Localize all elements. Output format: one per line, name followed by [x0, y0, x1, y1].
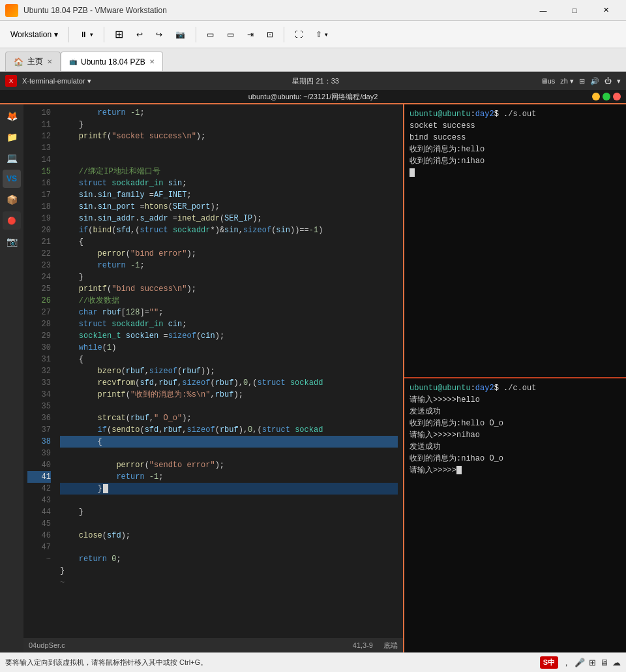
mic-icon[interactable]: 🎤 [574, 658, 585, 667]
bottom-bar: 要将输入定向到该虚拟机，请将鼠标指针移入其中或按 Ctrl+G。 S中 ， 🎤 … [0, 652, 626, 672]
toolbar-separator-2 [104, 27, 104, 42]
home-tab-close[interactable]: ✕ [47, 58, 52, 65]
server-line-4: 收到的消息为:hello [410, 144, 621, 155]
snapshot-button[interactable]: 📷 [170, 24, 190, 45]
bottom-right-icons: S中 ， 🎤 ⊞ 🖥 ☁ [540, 656, 621, 669]
sidebar-icon-files[interactable]: 📁 [3, 128, 21, 146]
pause-dropdown-icon: ▾ [90, 31, 93, 38]
server-line-3: bind success [410, 132, 621, 144]
code-encoding: 底端 [383, 641, 398, 650]
window-title: Ubuntu 18.04 PZB - VMware Workstation [23, 6, 528, 15]
network-icon[interactable]: ⊞ [579, 77, 585, 85]
settings-icon: ⊞ [115, 28, 123, 40]
tab-home[interactable]: 🏠 主页 ✕ [5, 52, 61, 71]
main-content: 🦊 📁 💻 VS 📦 🔴 📷 1011121314 15 1617181920 … [0, 104, 626, 652]
undo-icon: ↩ [136, 30, 143, 39]
toolbar: Workstation ▾ ⏸▾ ⊞ ↩ ↪ 📷 ▭ ▭ ⇥ ⊡ ⛶ ⇧▾ [0, 21, 626, 48]
view-button-1[interactable]: ▭ [201, 24, 219, 45]
stretch-icon: ⇧ [316, 30, 322, 39]
stretch-dropdown-icon: ▾ [325, 31, 328, 38]
code-area[interactable]: 1011121314 15 1617181920 2122232425 26 2… [23, 104, 403, 638]
client-input-line: 请输入>>>>> [410, 465, 621, 476]
sidebar-icon-screenshot[interactable]: 📷 [3, 232, 21, 251]
view-button-2[interactable]: ▭ [222, 24, 239, 45]
terminal-clock: 星期四 21：33 [97, 76, 535, 86]
terminal-path-title: ubuntu@ubuntu: ~/23121/网络编程/day2 [248, 92, 378, 102]
code-statusbar: 04udpSer.c 41,3-9 底端 [23, 638, 403, 652]
client-line-5: 请输入>>>>>nihao [410, 429, 621, 441]
monitor-icon[interactable]: 🖥 [600, 658, 608, 667]
server-line-5: 收到的消息为:nihao [410, 155, 621, 167]
punctuation-icon[interactable]: ， [562, 657, 571, 669]
sidebar-icon-settings[interactable]: 🔴 [3, 211, 21, 230]
terminal-server[interactable]: ubuntu@ubuntu:day2$ ./s.out socket succe… [404, 104, 626, 378]
toolbar-separator-1 [68, 27, 69, 42]
server-cursor-line [410, 167, 621, 179]
vm-container[interactable]: X X-terminal-emulator ▾ 星期四 21：33 🖥us zh… [0, 72, 626, 652]
ime-icon[interactable]: S中 [540, 656, 558, 669]
client-line-3: 发送成功 [410, 406, 621, 418]
view-button-4[interactable]: ⊡ [261, 24, 278, 45]
terminal-sys-tray: 🖥us zh ▾ ⊞ 🔊 ⏻ ▾ [541, 77, 621, 85]
home-tab-icon: 🏠 [14, 57, 23, 67]
client-line-7: 收到的消息为:nihao O_o [410, 453, 621, 465]
client-line-1: ubuntu@ubuntu:day2$ ./c.out [410, 382, 621, 394]
cloud-icon[interactable]: ☁ [612, 658, 621, 667]
code-cursor-pos: 41,3-9 [353, 641, 373, 649]
keyboard-icon[interactable]: ⊞ [589, 658, 596, 667]
maximize-button[interactable]: □ [559, 2, 589, 19]
sidebar-icon-firefox[interactable]: 🦊 [3, 107, 21, 125]
ubuntu-tab-close[interactable]: ✕ [149, 58, 155, 65]
snapshot-icon: 📷 [175, 30, 185, 39]
view-icon-2: ▭ [227, 30, 234, 39]
sidebar-icon-vscode[interactable]: VS [3, 170, 21, 188]
app-icon [5, 4, 18, 17]
ubuntu-tab-icon: 📺 [69, 58, 77, 65]
undo-button[interactable]: ↩ [131, 24, 148, 45]
sidebar-icon-terminal[interactable]: 💻 [3, 149, 21, 167]
view-icon-1: ▭ [207, 30, 214, 39]
minimize-button[interactable]: — [528, 2, 558, 19]
terminal-title-bar: ubuntu@ubuntu: ~/23121/网络编程/day2 [0, 90, 626, 104]
tab-ubuntu[interactable]: 📺 Ubuntu 18.04 PZB ✕ [61, 52, 163, 71]
lang-switcher[interactable]: zh ▾ [560, 77, 574, 85]
sidebar: 🦊 📁 💻 VS 📦 🔴 📷 [0, 104, 23, 652]
stretch-button[interactable]: ⇧▾ [310, 24, 333, 45]
sys-dropdown-icon[interactable]: ▾ [617, 77, 621, 85]
bottom-message: 要将输入定向到该虚拟机，请将鼠标指针移入其中或按 Ctrl+G。 [5, 658, 207, 667]
redo-button[interactable]: ↪ [151, 24, 168, 45]
terminal-topbar: X X-terminal-emulator ▾ 星期四 21：33 🖥us zh… [0, 72, 626, 90]
vm-settings-button[interactable]: ⊞ [110, 24, 128, 45]
client-line-2: 请输入>>>>>hello [410, 394, 621, 406]
workstation-menu[interactable]: Workstation ▾ [5, 24, 63, 45]
keyboard-layout[interactable]: 🖥us [541, 77, 556, 85]
workstation-label: Workstation [10, 30, 52, 39]
term-close-btn[interactable] [613, 93, 621, 100]
terminal-menu[interactable]: X-terminal-emulator ▾ [22, 77, 91, 85]
fullscreen-icon: ⛶ [295, 30, 303, 39]
window-controls: — □ ✕ [528, 2, 621, 19]
sidebar-icon-package[interactable]: 📦 [3, 191, 21, 209]
code-editor: 1011121314 15 1617181920 2122232425 26 2… [23, 104, 404, 652]
client-line-4: 收到的消息为:hello O_o [410, 418, 621, 429]
terminal-client[interactable]: ubuntu@ubuntu:day2$ ./c.out 请输入>>>>>hell… [404, 378, 626, 652]
redo-icon: ↪ [156, 30, 162, 39]
pause-button[interactable]: ⏸▾ [74, 24, 98, 45]
server-line-1: ubuntu@ubuntu:day2$ ./s.out [410, 108, 621, 120]
power-icon[interactable]: ⏻ [604, 77, 612, 85]
view-button-3[interactable]: ⇥ [242, 24, 259, 45]
pause-icon: ⏸ [80, 30, 87, 39]
terminal-app-icon: X [5, 75, 17, 87]
tab-bar: 🏠 主页 ✕ 📺 Ubuntu 18.04 PZB ✕ [0, 48, 626, 72]
term-minimize-btn[interactable] [592, 93, 600, 100]
close-button[interactable]: ✕ [591, 2, 621, 19]
term-maximize-btn[interactable] [603, 93, 610, 100]
terminal-pane: ubuntu@ubuntu:day2$ ./s.out socket succe… [404, 104, 626, 652]
volume-icon[interactable]: 🔊 [590, 77, 599, 85]
terminal-win-controls [592, 93, 621, 100]
fullscreen-button[interactable]: ⛶ [290, 24, 308, 45]
home-tab-label: 主页 [27, 56, 43, 67]
code-content[interactable]: return -1; } printf("socket success\n");… [55, 104, 403, 638]
toolbar-separator-3 [196, 27, 196, 42]
server-line-2: socket success [410, 120, 621, 132]
